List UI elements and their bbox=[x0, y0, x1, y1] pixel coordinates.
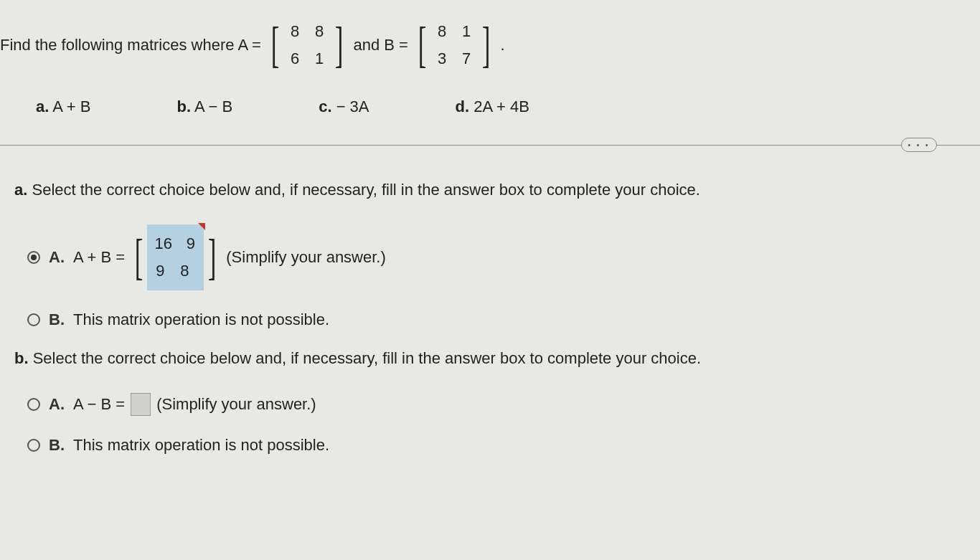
radio-unselected-icon[interactable] bbox=[27, 313, 40, 326]
answer-matrix-input[interactable]: [ 16 9 9 8 ] bbox=[131, 224, 220, 290]
choice-label: B. bbox=[49, 310, 65, 329]
section-a: a. Select the correct choice below and, … bbox=[0, 181, 980, 329]
choice-text: This matrix operation is not possible. bbox=[73, 436, 329, 455]
more-options-button[interactable]: • • • bbox=[901, 138, 937, 152]
matrix-b: [ 8 1 3 7 ] bbox=[414, 14, 495, 76]
section-a-prompt: a. Select the correct choice below and, … bbox=[14, 181, 966, 199]
matrix-a-cell: 8 bbox=[314, 22, 325, 41]
radio-selected-icon[interactable] bbox=[27, 251, 40, 264]
cursor-indicator-icon bbox=[198, 223, 205, 230]
answer-cell[interactable]: 9 bbox=[154, 262, 166, 280]
bracket-left-icon: [ bbox=[271, 20, 280, 70]
matrix-b-cell: 1 bbox=[461, 22, 472, 41]
divider-line bbox=[0, 145, 980, 146]
part-a: a. A + B bbox=[36, 98, 90, 116]
bracket-right-icon: ] bbox=[208, 232, 217, 283]
choice-expr: A − B = bbox=[73, 395, 125, 414]
answer-cell[interactable]: 16 bbox=[154, 234, 171, 253]
radio-unselected-icon[interactable] bbox=[27, 439, 40, 452]
parts-row: a. A + B b. A − B c. − 3A d. 2A + 4B bbox=[0, 98, 980, 116]
section-b: b. Select the correct choice below and, … bbox=[0, 349, 980, 455]
part-b: b. A − B bbox=[176, 98, 232, 116]
choice-expr: A + B = bbox=[73, 248, 125, 267]
choice-hint: (Simplify your answer.) bbox=[156, 395, 316, 414]
answer-cell[interactable]: 8 bbox=[179, 262, 190, 280]
section-a-choice-b[interactable]: B. This matrix operation is not possible… bbox=[14, 310, 966, 329]
matrix-b-cell: 3 bbox=[436, 49, 448, 68]
choice-label: B. bbox=[49, 436, 65, 455]
answer-input-box[interactable] bbox=[131, 393, 151, 416]
matrix-a: [ 8 8 6 1 ] bbox=[267, 14, 348, 76]
section-b-choice-b[interactable]: B. This matrix operation is not possible… bbox=[14, 436, 966, 455]
question-line: Find the following matrices where A = [ … bbox=[0, 14, 980, 76]
radio-unselected-icon[interactable] bbox=[27, 398, 40, 411]
question-prefix: Find the following matrices where A = bbox=[0, 36, 261, 54]
choice-label: A. bbox=[49, 395, 65, 414]
part-c: c. − 3A bbox=[319, 98, 369, 116]
matrix-b-cell: 8 bbox=[436, 22, 448, 41]
matrix-b-cell: 7 bbox=[461, 49, 472, 68]
choice-hint: (Simplify your answer.) bbox=[226, 248, 386, 267]
choice-text: This matrix operation is not possible. bbox=[73, 310, 329, 329]
section-b-prompt: b. Select the correct choice below and, … bbox=[14, 349, 966, 368]
question-mid: and B = bbox=[353, 36, 407, 54]
bracket-left-icon: [ bbox=[418, 20, 427, 70]
section-b-choice-a[interactable]: A. A − B = (Simplify your answer.) bbox=[14, 393, 966, 416]
bracket-right-icon: ] bbox=[335, 20, 344, 70]
section-a-choice-a[interactable]: A. A + B = [ 16 9 9 8 ] (Simplify you bbox=[14, 224, 966, 290]
matrix-a-cell: 6 bbox=[289, 49, 301, 68]
divider-row: • • • bbox=[0, 145, 980, 159]
question-end: . bbox=[501, 36, 505, 54]
answer-cell[interactable]: 9 bbox=[185, 234, 197, 253]
bracket-right-icon: ] bbox=[482, 20, 491, 70]
part-d: d. 2A + 4B bbox=[456, 98, 529, 116]
matrix-a-cell: 1 bbox=[314, 49, 325, 68]
choice-label: A. bbox=[49, 248, 65, 267]
matrix-a-cell: 8 bbox=[289, 22, 301, 41]
bracket-left-icon: [ bbox=[135, 232, 143, 283]
